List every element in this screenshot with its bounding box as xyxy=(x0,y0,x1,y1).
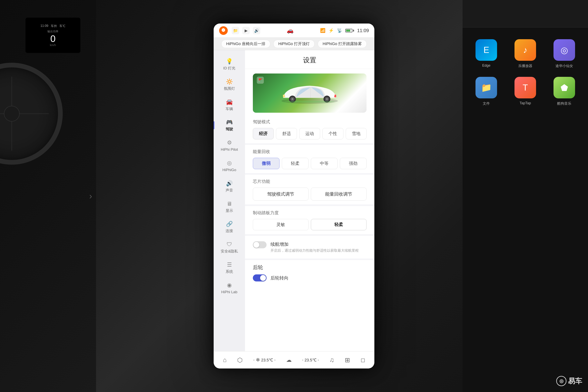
car-banner: 🚩 xyxy=(253,74,366,113)
drive-icon: 🎮 xyxy=(226,119,233,126)
mode-icon: ⬡ xyxy=(237,356,243,364)
center-tablet: 🅗 📁 ▶ 🔊 🚗 📶 ⚡ 📡 11:09 HiPhiGo 座椅向后一排 HiP… xyxy=(214,24,374,368)
brake-pedal-title: 制动踏板力度 xyxy=(253,210,366,216)
left-arrow[interactable]: › xyxy=(89,191,92,201)
nav-ac-right[interactable]: ‹ 23.5℃ › xyxy=(302,358,319,362)
signal-icon: 📡 xyxy=(337,28,342,33)
tablet-statusbar: 🅗 📁 ▶ 🔊 🚗 📶 ⚡ 📡 11:09 xyxy=(214,24,374,38)
nav-apps[interactable]: ⊞ xyxy=(345,356,350,364)
wifi-icon: 📶 xyxy=(320,28,325,33)
battery-bar xyxy=(345,29,352,32)
ac-right-temp-display: ‹ 23.5℃ › xyxy=(302,358,319,362)
sidebar-item-hiphi-pilot[interactable]: ⚙ HiPhi Pilot xyxy=(214,136,245,156)
sidebar-item-sound[interactable]: 🔊 声音 xyxy=(214,176,245,196)
app-item-music[interactable]: ♪ 乐播放器 xyxy=(510,39,540,68)
recovery-btn-micro[interactable]: 微弱 xyxy=(253,158,280,169)
sidebar-item-atmosphere[interactable]: 🔆 氛围灯 xyxy=(214,74,245,95)
nav-seat[interactable]: ◻ xyxy=(361,357,365,363)
battery-status xyxy=(345,29,354,32)
left-time: 11:09 xyxy=(40,24,48,28)
rear-steer-row: 后轮转向 xyxy=(253,274,366,282)
svg-point-4 xyxy=(292,98,294,100)
chip-buttons: 驾驶模式调节 能量回收调节 xyxy=(253,188,366,200)
range-boost-text: 续航增加 开启后，通过减弱动力性能与舒适性以获取最大续航里程 xyxy=(270,241,366,253)
nav-home[interactable]: ⌂ xyxy=(223,356,226,364)
nav-fan[interactable]: ☁ xyxy=(286,357,292,363)
fan-icon: ☁ xyxy=(286,357,292,363)
sidebar-item-vehicle[interactable]: 🚘 车辆 xyxy=(214,95,245,115)
left-location: 车外 xyxy=(51,24,57,28)
mode-btn-sport[interactable]: 运动 xyxy=(299,128,320,139)
range-boost-toggle[interactable] xyxy=(253,241,266,248)
recovery-buttons: 微弱 轻柔 中等 强劲 xyxy=(253,158,366,169)
app-item-nav[interactable]: ◎ 途华小仙女 xyxy=(549,39,580,68)
mode-btn-snow[interactable]: 雪地 xyxy=(346,128,366,139)
left-cluster: 11:09 车外 车℃ 输出功率 0 km/h › xyxy=(0,0,96,392)
right-topbar xyxy=(462,0,588,28)
folder-icon[interactable]: 📁 xyxy=(232,27,239,34)
ac-right-arrow-left: ‹ xyxy=(302,358,304,362)
rear-steer-toggle[interactable] xyxy=(253,274,266,282)
sidebar-item-display[interactable]: 🖥 显示 xyxy=(214,196,245,217)
app-label-nav: 途华小仙女 xyxy=(556,64,573,68)
ac-left-arrow-right: › xyxy=(274,358,276,362)
hiphi-lab-icon: ◉ xyxy=(227,282,232,288)
app-icon-photo: ⬟ xyxy=(554,77,575,98)
recovery-btn-soft[interactable]: 轻柔 xyxy=(282,158,308,169)
watermark-brand: 易车 xyxy=(568,376,582,386)
app-label-taptap: TapTap xyxy=(520,101,531,105)
brake-btn-soft[interactable]: 轻柔 xyxy=(311,219,366,230)
volume-icon[interactable]: 🔊 xyxy=(253,27,260,34)
nav-music[interactable]: ♫ xyxy=(330,356,334,364)
recovery-btn-strong[interactable]: 强劲 xyxy=(340,158,366,169)
sidebar-item-security[interactable]: 🛡 安全&隐私 xyxy=(214,237,245,258)
app-item-photo[interactable]: ⬟ 酷狗音乐 xyxy=(549,77,580,106)
ac-left-arrow-left: ‹ xyxy=(254,358,254,362)
mode-btn-comfort[interactable]: 舒适 xyxy=(276,128,297,139)
app-icon-music: ♪ xyxy=(514,39,536,61)
battery-tip xyxy=(353,30,354,32)
chip-btn-energy[interactable]: 能量回收调节 xyxy=(311,188,366,200)
mode-btn-personal[interactable]: 个性 xyxy=(322,128,343,139)
ac-left-icon: ❄ xyxy=(256,357,260,363)
quick-btn-3[interactable]: HiPhiGo 打开踏露除雾 xyxy=(318,40,367,48)
right-screen: E Edge ♪ 乐播放器 ◎ 途华小仙女 📁 文件 xyxy=(462,0,588,392)
chip-btn-drive-mode[interactable]: 驾驶模式调节 xyxy=(253,188,308,200)
watermark: ◎ 易车 xyxy=(556,376,582,386)
security-icon: 🛡 xyxy=(226,241,232,248)
nav-ac-left[interactable]: ‹ ❄ 23.5℃ › xyxy=(254,357,276,363)
driving-mode-title: 驾驶模式 xyxy=(253,119,366,125)
brake-btn-agile[interactable]: 灵敏 xyxy=(253,219,308,230)
id-light-icon: 💡 xyxy=(226,58,233,64)
sidebar-label-vehicle: 车辆 xyxy=(226,107,233,111)
left-display-info: 11:09 车外 车℃ xyxy=(40,24,65,28)
app-item-taptap[interactable]: T TapTap xyxy=(510,77,540,106)
svg-point-7 xyxy=(326,98,328,100)
nav-mode[interactable]: ⬡ xyxy=(237,356,243,364)
sidebar-label-connect: 连接 xyxy=(226,229,233,233)
display-icon: 🖥 xyxy=(226,200,232,207)
sidebar-item-hiphi-lab[interactable]: ◉ HiPhi Lab xyxy=(214,278,245,298)
sidebar-label-hiphi-lab: HiPhi Lab xyxy=(221,290,237,294)
quick-btn-2[interactable]: HiPhiGo 打开顶灯 xyxy=(274,40,314,48)
app-item-edge[interactable]: E Edge xyxy=(471,39,502,68)
recovery-btn-medium[interactable]: 中等 xyxy=(311,158,338,169)
battery-fill xyxy=(346,30,350,32)
mode-btn-eco[interactable]: 经济 xyxy=(253,128,274,139)
video-icon[interactable]: ▶ xyxy=(242,27,250,34)
sidebar-label-id-light: ID 灯光 xyxy=(223,66,236,70)
sidebar-item-system[interactable]: ☰ 系统 xyxy=(214,258,245,278)
rear-wheel-title: 后轮 xyxy=(253,264,366,271)
sidebar-item-id-light[interactable]: 💡 ID 灯光 xyxy=(214,54,245,74)
settings-title: 设置 xyxy=(245,50,374,69)
steering-wheel xyxy=(0,63,63,165)
chip-func-title: 芯片功能 xyxy=(253,178,366,184)
sidebar-item-hiphigo[interactable]: ◎ HiPhiGo xyxy=(214,156,245,176)
brake-buttons: 灵敏 轻柔 xyxy=(253,219,366,230)
sidebar-item-drive[interactable]: 🎮 驾驶 xyxy=(214,115,245,136)
sidebar-item-connect[interactable]: 🔗 连接 xyxy=(214,217,245,237)
quick-btn-1[interactable]: HiPhiGo 座椅向后一排 xyxy=(221,40,270,48)
app-item-file[interactable]: 📁 文件 xyxy=(471,77,502,106)
range-boost-toggle-row: 续航增加 开启后，通过减弱动力性能与舒适性以获取最大续航里程 xyxy=(253,240,366,254)
ac-left-temp: 23.5℃ xyxy=(261,358,273,362)
